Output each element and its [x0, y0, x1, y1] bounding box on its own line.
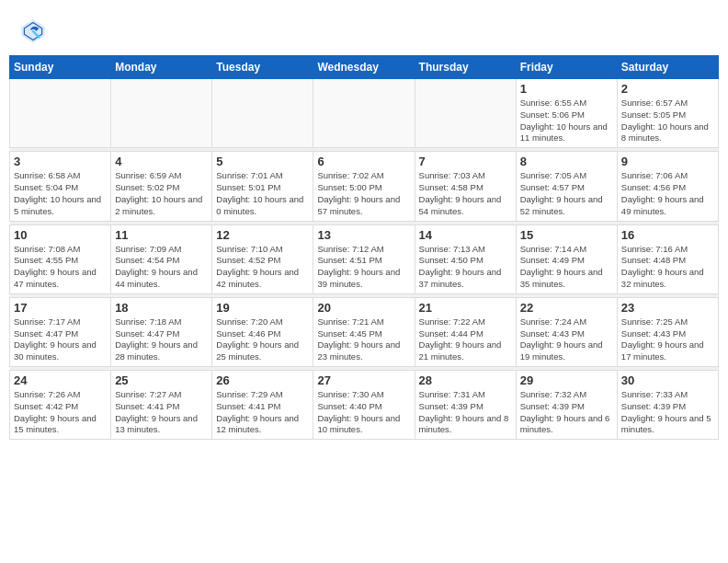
calendar-day: 6Sunrise: 7:02 AM Sunset: 5:00 PM Daylig…	[313, 152, 415, 221]
day-number: 4	[115, 155, 208, 168]
day-info: Sunrise: 6:55 AM Sunset: 5:06 PM Dayligh…	[520, 98, 613, 144]
day-info: Sunrise: 7:02 AM Sunset: 5:00 PM Dayligh…	[317, 170, 410, 217]
day-number: 6	[317, 155, 410, 168]
day-number: 29	[520, 373, 613, 387]
day-info: Sunrise: 7:14 AM Sunset: 4:49 PM Dayligh…	[520, 244, 613, 291]
day-number: 12	[216, 228, 309, 242]
day-info: Sunrise: 7:24 AM Sunset: 4:43 PM Dayligh…	[520, 316, 613, 363]
calendar-day: 21Sunrise: 7:22 AM Sunset: 4:44 PM Dayli…	[415, 297, 516, 366]
day-number: 16	[621, 228, 714, 242]
day-info: Sunrise: 6:57 AM Sunset: 5:05 PM Dayligh…	[621, 98, 714, 144]
day-info: Sunrise: 7:20 AM Sunset: 4:46 PM Dayligh…	[216, 316, 309, 363]
calendar-day: 13Sunrise: 7:12 AM Sunset: 4:51 PM Dayli…	[313, 224, 415, 293]
day-number: 11	[115, 228, 208, 242]
day-number: 23	[621, 301, 714, 315]
calendar-header-row: SundayMondayTuesdayWednesdayThursdayFrid…	[10, 56, 719, 79]
day-number: 20	[317, 301, 410, 315]
calendar-day: 27Sunrise: 7:30 AM Sunset: 4:40 PM Dayli…	[313, 371, 415, 440]
calendar-day: 9Sunrise: 7:06 AM Sunset: 4:56 PM Daylig…	[617, 152, 718, 221]
day-info: Sunrise: 7:26 AM Sunset: 4:42 PM Dayligh…	[14, 389, 107, 436]
day-number: 28	[419, 373, 512, 387]
day-number: 18	[115, 301, 208, 315]
calendar-day: 15Sunrise: 7:14 AM Sunset: 4:49 PM Dayli…	[516, 224, 617, 293]
calendar-day: 18Sunrise: 7:18 AM Sunset: 4:47 PM Dayli…	[111, 297, 212, 366]
day-info: Sunrise: 7:05 AM Sunset: 4:57 PM Dayligh…	[520, 170, 613, 217]
day-info: Sunrise: 7:29 AM Sunset: 4:41 PM Dayligh…	[216, 389, 309, 436]
calendar-day: 20Sunrise: 7:21 AM Sunset: 4:45 PM Dayli…	[313, 297, 415, 366]
calendar-day: 22Sunrise: 7:24 AM Sunset: 4:43 PM Dayli…	[516, 297, 617, 366]
day-info: Sunrise: 7:27 AM Sunset: 4:41 PM Dayligh…	[115, 389, 208, 436]
day-number: 17	[14, 301, 107, 315]
calendar-day: 7Sunrise: 7:03 AM Sunset: 4:58 PM Daylig…	[415, 152, 516, 221]
calendar-day: 11Sunrise: 7:09 AM Sunset: 4:54 PM Dayli…	[111, 224, 212, 293]
day-number: 15	[520, 228, 613, 242]
day-number: 24	[14, 373, 107, 387]
day-info: Sunrise: 7:33 AM Sunset: 4:39 PM Dayligh…	[621, 389, 714, 436]
day-info: Sunrise: 7:12 AM Sunset: 4:51 PM Dayligh…	[317, 244, 410, 291]
day-info: Sunrise: 7:31 AM Sunset: 4:39 PM Dayligh…	[419, 389, 512, 436]
calendar-day: 3Sunrise: 6:58 AM Sunset: 5:04 PM Daylig…	[10, 152, 111, 221]
calendar-header-wednesday: Wednesday	[313, 56, 415, 79]
day-info: Sunrise: 7:25 AM Sunset: 4:43 PM Dayligh…	[621, 316, 714, 363]
calendar-day	[212, 79, 313, 148]
day-number: 2	[621, 82, 714, 96]
day-info: Sunrise: 7:03 AM Sunset: 4:58 PM Dayligh…	[419, 170, 512, 217]
calendar-day	[313, 79, 415, 148]
day-number: 5	[216, 155, 309, 168]
day-info: Sunrise: 7:22 AM Sunset: 4:44 PM Dayligh…	[419, 316, 512, 363]
logo	[18, 17, 51, 46]
calendar-day: 16Sunrise: 7:16 AM Sunset: 4:48 PM Dayli…	[617, 224, 718, 293]
day-info: Sunrise: 6:59 AM Sunset: 5:02 PM Dayligh…	[115, 170, 208, 217]
calendar-day: 25Sunrise: 7:27 AM Sunset: 4:41 PM Dayli…	[111, 371, 212, 440]
day-number: 10	[14, 228, 107, 242]
day-number: 27	[317, 373, 410, 387]
calendar-day: 19Sunrise: 7:20 AM Sunset: 4:46 PM Dayli…	[212, 297, 313, 366]
calendar-day	[415, 79, 516, 148]
logo-icon	[18, 17, 48, 46]
calendar-day: 8Sunrise: 7:05 AM Sunset: 4:57 PM Daylig…	[516, 152, 617, 221]
day-info: Sunrise: 7:08 AM Sunset: 4:55 PM Dayligh…	[14, 244, 107, 291]
calendar-header-tuesday: Tuesday	[212, 56, 313, 79]
calendar-header-sunday: Sunday	[10, 56, 111, 79]
calendar-day: 26Sunrise: 7:29 AM Sunset: 4:41 PM Dayli…	[212, 371, 313, 440]
day-info: Sunrise: 7:13 AM Sunset: 4:50 PM Dayligh…	[419, 244, 512, 291]
day-number: 25	[115, 373, 208, 387]
day-number: 1	[520, 82, 613, 96]
day-number: 8	[520, 155, 613, 168]
day-info: Sunrise: 6:58 AM Sunset: 5:04 PM Dayligh…	[14, 170, 107, 217]
day-info: Sunrise: 7:17 AM Sunset: 4:47 PM Dayligh…	[14, 316, 107, 363]
calendar-week-2: 3Sunrise: 6:58 AM Sunset: 5:04 PM Daylig…	[10, 152, 719, 221]
calendar-header-saturday: Saturday	[617, 56, 718, 79]
calendar-body: 1Sunrise: 6:55 AM Sunset: 5:06 PM Daylig…	[10, 79, 719, 440]
calendar-header-thursday: Thursday	[415, 56, 516, 79]
calendar-day: 12Sunrise: 7:10 AM Sunset: 4:52 PM Dayli…	[212, 224, 313, 293]
calendar-day	[10, 79, 111, 148]
calendar-week-3: 10Sunrise: 7:08 AM Sunset: 4:55 PM Dayli…	[10, 224, 719, 293]
day-info: Sunrise: 7:16 AM Sunset: 4:48 PM Dayligh…	[621, 244, 714, 291]
calendar-day: 4Sunrise: 6:59 AM Sunset: 5:02 PM Daylig…	[111, 152, 212, 221]
calendar-day: 10Sunrise: 7:08 AM Sunset: 4:55 PM Dayli…	[10, 224, 111, 293]
calendar-day: 14Sunrise: 7:13 AM Sunset: 4:50 PM Dayli…	[415, 224, 516, 293]
calendar-week-4: 17Sunrise: 7:17 AM Sunset: 4:47 PM Dayli…	[10, 297, 719, 366]
day-info: Sunrise: 7:18 AM Sunset: 4:47 PM Dayligh…	[115, 316, 208, 363]
day-info: Sunrise: 7:10 AM Sunset: 4:52 PM Dayligh…	[216, 244, 309, 291]
day-number: 21	[419, 301, 512, 315]
calendar-day: 2Sunrise: 6:57 AM Sunset: 5:05 PM Daylig…	[617, 79, 718, 148]
calendar-day: 29Sunrise: 7:32 AM Sunset: 4:39 PM Dayli…	[516, 371, 617, 440]
day-number: 9	[621, 155, 714, 168]
day-number: 22	[520, 301, 613, 315]
calendar-day: 28Sunrise: 7:31 AM Sunset: 4:39 PM Dayli…	[415, 371, 516, 440]
calendar-day: 17Sunrise: 7:17 AM Sunset: 4:47 PM Dayli…	[10, 297, 111, 366]
calendar-header-monday: Monday	[111, 56, 212, 79]
day-number: 3	[14, 155, 107, 168]
day-number: 14	[419, 228, 512, 242]
calendar-day: 5Sunrise: 7:01 AM Sunset: 5:01 PM Daylig…	[212, 152, 313, 221]
day-number: 30	[621, 373, 714, 387]
calendar-week-1: 1Sunrise: 6:55 AM Sunset: 5:06 PM Daylig…	[10, 79, 719, 148]
day-info: Sunrise: 7:21 AM Sunset: 4:45 PM Dayligh…	[317, 316, 410, 363]
day-info: Sunrise: 7:30 AM Sunset: 4:40 PM Dayligh…	[317, 389, 410, 436]
day-info: Sunrise: 7:32 AM Sunset: 4:39 PM Dayligh…	[520, 389, 613, 436]
calendar-day: 1Sunrise: 6:55 AM Sunset: 5:06 PM Daylig…	[516, 79, 617, 148]
day-info: Sunrise: 7:06 AM Sunset: 4:56 PM Dayligh…	[621, 170, 714, 217]
calendar-table: SundayMondayTuesdayWednesdayThursdayFrid…	[9, 55, 719, 440]
